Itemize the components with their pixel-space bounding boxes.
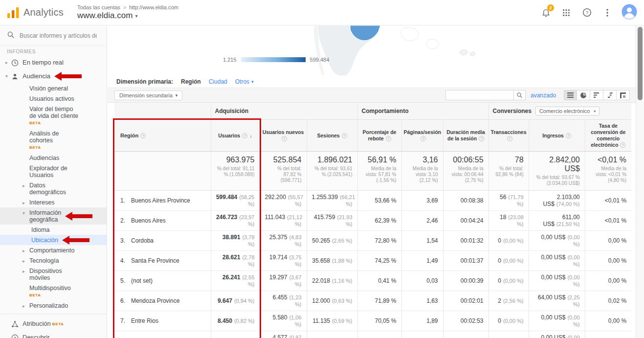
view-performance-button[interactable] xyxy=(590,90,603,100)
sidebar-item-usuarios-activos[interactable]: Usuarios activos xyxy=(0,93,107,104)
dimension-option-ciudad[interactable]: Ciudad xyxy=(209,78,227,85)
region-name[interactable]: Santa Fe Province xyxy=(131,257,179,264)
help-icon[interactable]: ? xyxy=(386,136,391,141)
chevron-right-icon[interactable]: ▸ xyxy=(5,59,8,66)
secondary-dimension-button[interactable]: Dimensión secundaria ▾ xyxy=(114,90,182,100)
cell-value: 00:01:37 xyxy=(461,257,484,264)
sidebar-item-personalizado[interactable]: ▸Personalizado xyxy=(0,300,107,311)
help-button[interactable]: ? xyxy=(578,4,595,21)
cell-value: 9.647 xyxy=(218,297,232,304)
col-header-region[interactable]: Región? xyxy=(114,120,211,152)
region-name[interactable]: Cordoba xyxy=(131,237,154,244)
chevron-down-icon: ▾ xyxy=(594,109,596,113)
sidebar-search[interactable] xyxy=(0,25,107,46)
scrollbar[interactable] xyxy=(636,25,644,338)
cell-transacciones: 0(0,00 %) xyxy=(489,311,529,331)
help-icon[interactable]: ? xyxy=(620,142,625,148)
cell-value: 1,89 xyxy=(426,317,438,324)
col-header-usuarios-nuevos[interactable]: Usuarios nuevos? xyxy=(260,120,307,152)
sort-desc-icon[interactable]: ↓ xyxy=(249,133,252,138)
sidebar-item-descubrir[interactable]: Descubrir xyxy=(0,331,107,338)
sidebar-item-intereses[interactable]: ▸Intereses xyxy=(0,197,107,207)
help-icon[interactable]: ? xyxy=(421,136,426,141)
sidebar-item-idioma[interactable]: Idioma xyxy=(0,225,107,235)
sidebar-item-tecnologia[interactable]: ▸Tecnología xyxy=(0,255,107,266)
table-search-input[interactable] xyxy=(445,90,514,100)
total-value: 3,16 xyxy=(407,156,438,164)
sidebar-item-vision-general[interactable]: Visión general xyxy=(0,83,107,93)
sidebar-item-atribucion[interactable]: AtribuciónBETA xyxy=(0,317,107,331)
cell-value: 0,00 % xyxy=(608,317,626,324)
chevron-down-icon[interactable]: ▾ xyxy=(135,13,137,19)
chevron-down-icon[interactable]: ▾ xyxy=(5,73,8,80)
col-header-porcentaje-rebote[interactable]: Porcentaje de rebote? xyxy=(357,120,401,152)
view-comparison-button[interactable] xyxy=(603,90,617,100)
chevron-right-icon[interactable]: ▸ xyxy=(22,200,25,206)
cell-percent: (0,00 %) xyxy=(503,318,524,324)
region-name[interactable]: Buenos Aires xyxy=(131,217,166,224)
view-pivot-button[interactable] xyxy=(617,90,630,100)
help-icon[interactable]: ? xyxy=(507,136,512,141)
dimension-option-otros[interactable]: Otros ▾ xyxy=(235,78,254,85)
help-icon[interactable]: ? xyxy=(566,133,571,138)
sidebar-item-multidispositivo[interactable]: MultidispositivoBETA xyxy=(0,283,107,300)
search-input[interactable] xyxy=(20,32,97,39)
sidebar-item-valor-tiempo-vida[interactable]: Valor del tiempo de vida del clienteBETA xyxy=(0,104,107,128)
sidebar-item-dispositivos-moviles[interactable]: ▸Dispositivos móviles xyxy=(0,266,107,283)
sidebar-item-label: Ubicación xyxy=(31,237,58,244)
sidebar-item-audiencias[interactable]: Audiencias xyxy=(0,153,107,163)
help-icon[interactable]: ? xyxy=(479,136,484,141)
sidebar-item-analisis-cohortes[interactable]: Análisis de cohortesBETA xyxy=(0,128,107,153)
help-icon[interactable]: ? xyxy=(282,136,287,141)
avatar[interactable] xyxy=(622,4,637,22)
ecommerce-selector[interactable]: Comercio electrónico▾ xyxy=(535,107,600,115)
chevron-down-icon[interactable]: ▾ xyxy=(22,210,25,217)
notifications-button[interactable]: 2 xyxy=(537,4,554,21)
region-name[interactable]: (not set) xyxy=(131,277,153,284)
sidebar-item-explorador-usuarios[interactable]: Explorador de Usuarios xyxy=(0,163,107,180)
col-header-usuarios[interactable]: Usuarios?↓ xyxy=(211,120,260,152)
col-header-paginas-sesion[interactable]: Páginas/sesión? xyxy=(401,120,443,152)
more-menu-button[interactable] xyxy=(599,4,616,21)
account-switcher[interactable]: Todas las cuentas > http://www.eldia.com… xyxy=(77,4,178,21)
view-percentage-button[interactable] xyxy=(577,90,590,100)
breadcrumb-item[interactable]: http://www.eldia.com xyxy=(129,4,178,10)
table-search-button[interactable] xyxy=(514,90,526,100)
chevron-right-icon[interactable]: ▸ xyxy=(22,258,25,265)
chevron-right-icon[interactable]: ▸ xyxy=(22,303,25,310)
advanced-search-link[interactable]: avanzado xyxy=(531,92,556,99)
sidebar-item-en-tiempo-real[interactable]: ▸En tiempo real xyxy=(0,56,107,69)
col-header-tasa-conversion[interactable]: Tasa de conversión de comercio electróni… xyxy=(585,120,631,152)
chevron-right-icon[interactable]: ▸ xyxy=(22,248,25,254)
region-name[interactable]: Mendoza Province xyxy=(131,297,179,304)
cell-value: 6.455 xyxy=(272,294,287,301)
col-header-sesiones[interactable]: Sesiones? xyxy=(307,120,357,152)
cell-tasa-conversion: 0,00 % xyxy=(585,271,631,291)
breadcrumb-item[interactable]: Todas las cuentas xyxy=(77,4,120,10)
help-icon[interactable]: ? xyxy=(242,133,247,138)
cell-ingresos: 611,00 US$(21,50 %) xyxy=(529,211,585,231)
region-name[interactable]: Buenos Aires Province xyxy=(131,197,190,204)
cell-value: 62,39 % xyxy=(375,217,396,224)
cell-value: 0 xyxy=(498,257,501,264)
sidebar-item-informacion-geografica[interactable]: ▾Información geográfica xyxy=(0,207,107,225)
sidebar-item-audiencia[interactable]: ▾Audiencia xyxy=(0,69,107,83)
scrollbar-thumb[interactable] xyxy=(638,27,643,100)
chevron-right-icon[interactable]: ▸ xyxy=(22,268,25,275)
apps-grid-button[interactable] xyxy=(558,4,575,21)
help-icon[interactable]: ? xyxy=(140,133,146,138)
sidebar-item-datos-demograficos[interactable]: ▸Datos demográficos xyxy=(0,180,107,197)
sidebar-item-ubicacion[interactable]: Ubicación xyxy=(0,235,107,245)
chevron-right-icon[interactable]: ▸ xyxy=(22,182,25,189)
view-table-button[interactable] xyxy=(564,90,577,100)
col-header-ingresos[interactable]: Ingresos? xyxy=(529,120,585,152)
search-icon xyxy=(7,31,15,40)
col-header-transacciones[interactable]: Transacciones? xyxy=(489,120,529,152)
help-icon[interactable]: ? xyxy=(342,133,347,138)
cell-ingresos: 0,00 US$(0,00 %) xyxy=(529,231,585,251)
analytics-logo[interactable]: Analytics xyxy=(7,7,69,19)
region-name[interactable]: Entre Rios xyxy=(131,317,158,324)
sidebar-item-comportamiento[interactable]: ▸Comportamiento xyxy=(0,245,107,255)
col-header-duracion-media[interactable]: Duración media de la sesión? xyxy=(443,120,489,152)
dimension-option-region[interactable]: Región xyxy=(181,78,201,85)
